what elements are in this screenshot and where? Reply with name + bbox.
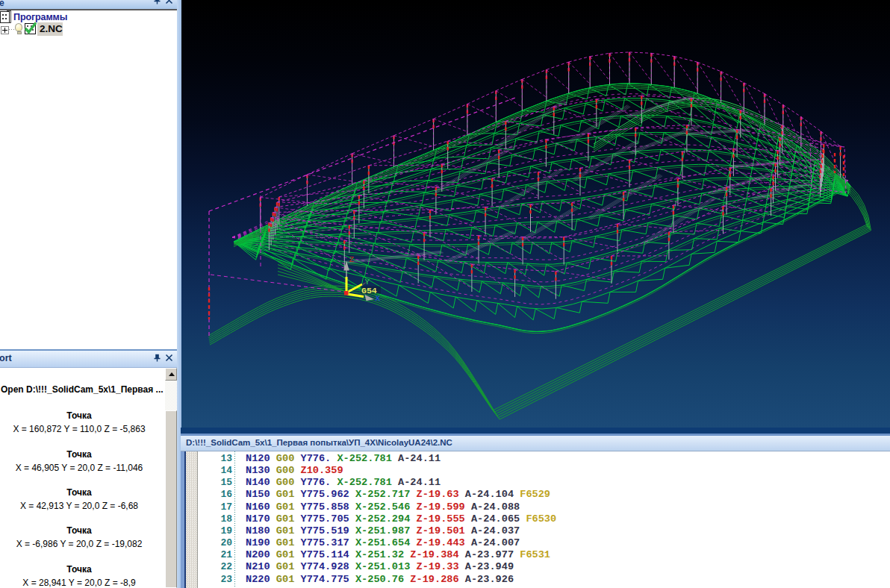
svg-text:G54: G54 [361, 286, 377, 295]
svg-text:Z: Z [349, 255, 355, 264]
svg-text:X: X [376, 294, 381, 303]
